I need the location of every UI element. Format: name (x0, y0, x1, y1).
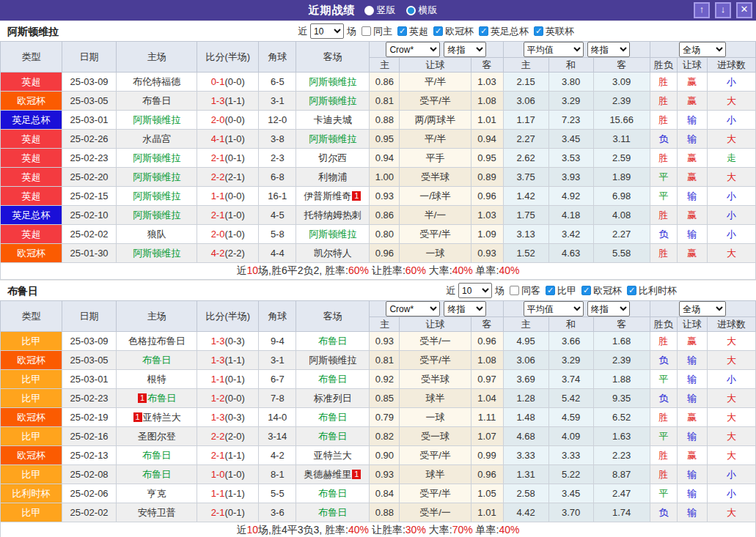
home-team[interactable]: 布鲁日 (147, 393, 176, 404)
crow-final-select[interactable]: 终指 (444, 301, 486, 316)
result-goals: 大 (707, 351, 755, 370)
result-handicap: 输 (677, 465, 707, 484)
results-table: 类型日期主场比分(半场)角球客场Crow*终指平均值终指全场主让球客主和客胜负让… (0, 41, 756, 280)
home-team[interactable]: 阿斯顿维拉 (133, 171, 180, 182)
full-match-group: 全场 (650, 42, 755, 58)
home-team[interactable]: 亨克 (147, 488, 166, 499)
league-badge: 欧冠杯 (1, 408, 62, 427)
crow-odds-select[interactable]: Crow* (386, 42, 440, 57)
home-team[interactable]: 布鲁日 (142, 450, 171, 461)
away-team[interactable]: 凯尔特人 (314, 248, 352, 259)
close-button[interactable]: ✕ (736, 2, 752, 18)
move-down-button[interactable]: ↓ (715, 2, 731, 18)
odds-home: 0.92 (370, 370, 400, 389)
away-team[interactable]: 布鲁日 (318, 412, 347, 423)
odds-home: 0.90 (370, 446, 400, 465)
result-handicap: 输 (677, 503, 707, 522)
away-team[interactable]: 切尔西 (318, 152, 347, 163)
corner-count: 3-1 (259, 351, 296, 370)
corner-count: 6-8 (259, 168, 296, 187)
result-outcome: 负 (650, 503, 677, 522)
away-team-cell: 卡迪夫城 (296, 111, 370, 130)
away-team[interactable]: 阿斯顿维拉 (309, 76, 356, 87)
halftime-score: (0-1) (224, 152, 244, 163)
match-row: 比甲25-02-02安特卫普2-1(0-1)3-6布鲁日0.88受半/一1.01… (1, 503, 756, 522)
away-team[interactable]: 阿斯顿维拉 (309, 95, 356, 106)
league-checkbox-1[interactable] (433, 26, 443, 36)
result-outcome: 胜 (650, 446, 677, 465)
away-team[interactable]: 布鲁日 (318, 431, 347, 442)
same-venue-label: 同主 (373, 25, 392, 38)
away-team[interactable]: 托特纳姆热刺 (304, 210, 362, 221)
league-checkbox-0[interactable] (397, 26, 407, 36)
fulltime-score: 1-2 (211, 393, 225, 404)
home-team-cell: 阿斯顿维拉 (117, 244, 197, 263)
score-cell: 2-1(1-0) (197, 206, 259, 225)
radio-icon (406, 6, 416, 15)
away-team[interactable]: 布鲁日 (318, 488, 347, 499)
league-checkbox-0[interactable] (546, 286, 555, 295)
avg-draw: 3.45 (548, 130, 593, 149)
away-team[interactable]: 标准列日 (314, 393, 352, 404)
home-team-cell: 亨克 (117, 484, 197, 503)
match-count-select[interactable]: 10 (310, 23, 344, 39)
home-team[interactable]: 水晶宫 (142, 133, 171, 144)
away-team[interactable]: 阿斯顿维拉 (309, 229, 356, 240)
crow-final-select[interactable]: 终指 (444, 42, 486, 57)
crow-odds-select[interactable]: Crow* (386, 301, 440, 316)
away-team[interactable]: 布鲁日 (318, 374, 347, 385)
league-checkbox-3[interactable] (534, 26, 543, 36)
home-team[interactable]: 阿斯顿维拉 (133, 210, 180, 221)
same-venue-checkbox[interactable] (362, 26, 371, 36)
home-team[interactable]: 根特 (147, 374, 166, 385)
away-team[interactable]: 阿斯顿维拉 (309, 355, 356, 366)
match-count-select[interactable]: 10 (458, 283, 492, 298)
odds-away: 1.05 (471, 484, 503, 503)
away-team[interactable]: 布鲁日 (318, 507, 347, 518)
move-up-button[interactable]: ↑ (694, 2, 710, 18)
away-team-cell: 布鲁日 (296, 503, 370, 522)
match-date: 25-02-08 (62, 465, 117, 484)
layout-radio-horizontal[interactable]: 横版 (406, 4, 438, 17)
home-team[interactable]: 阿斯顿维拉 (133, 190, 180, 201)
layout-radio-vertical[interactable]: 竖版 (364, 4, 396, 17)
home-team[interactable]: 布鲁日 (142, 469, 171, 480)
league-checkbox-1[interactable] (581, 286, 591, 295)
avg-away: 3.09 (593, 73, 650, 92)
avg-odds-select[interactable]: 平均值 (524, 301, 584, 316)
home-team[interactable]: 布鲁日 (142, 95, 171, 106)
home-team[interactable]: 布伦特福德 (133, 76, 180, 87)
away-team[interactable]: 布鲁日 (318, 336, 347, 347)
home-team[interactable]: 亚特兰大 (143, 412, 181, 423)
avg-odds-select[interactable]: 平均值 (524, 42, 584, 57)
away-team[interactable]: 利物浦 (318, 171, 347, 182)
home-team[interactable]: 阿斯顿维拉 (133, 248, 180, 259)
same-venue-checkbox[interactable] (510, 286, 519, 295)
full-match-select[interactable]: 全场 (679, 42, 726, 57)
full-match-select[interactable]: 全场 (679, 301, 726, 316)
fulltime-score: 2-1 (211, 450, 225, 461)
home-team[interactable]: 阿斯顿维拉 (133, 152, 180, 163)
home-team[interactable]: 安特卫普 (138, 507, 176, 518)
home-team[interactable]: 色格拉布鲁日 (128, 336, 186, 347)
home-team[interactable]: 狼队 (147, 229, 166, 240)
away-team[interactable]: 亚特兰大 (314, 450, 352, 461)
avg-final-select[interactable]: 终指 (587, 301, 630, 316)
home-team[interactable]: 阿斯顿维拉 (133, 114, 180, 125)
avg-away: 2.47 (593, 484, 650, 503)
avg-final-select[interactable]: 终指 (587, 42, 630, 57)
league-checkbox-2[interactable] (479, 26, 488, 36)
home-team[interactable]: 布鲁日 (142, 355, 171, 366)
away-team[interactable]: 卡迪夫城 (314, 114, 352, 125)
league-checkbox-2[interactable] (627, 286, 636, 295)
home-team[interactable]: 圣图尔登 (138, 431, 176, 442)
result-outcome: 负 (650, 225, 677, 244)
result-outcome: 胜 (650, 73, 677, 92)
subcolumn-header-7: 让球 (677, 58, 707, 73)
away-team[interactable]: 阿斯顿维拉 (309, 133, 356, 144)
match-date: 25-03-01 (62, 370, 117, 389)
match-row: 欧冠杯25-02-191亚特兰大1-3(0-3)14-0布鲁日0.79一球1.1… (1, 408, 756, 427)
odds-handicap: 两/两球半 (400, 111, 471, 130)
away-team[interactable]: 奥德赫维里 (304, 469, 351, 480)
away-team[interactable]: 伊普斯维奇 (304, 190, 351, 201)
